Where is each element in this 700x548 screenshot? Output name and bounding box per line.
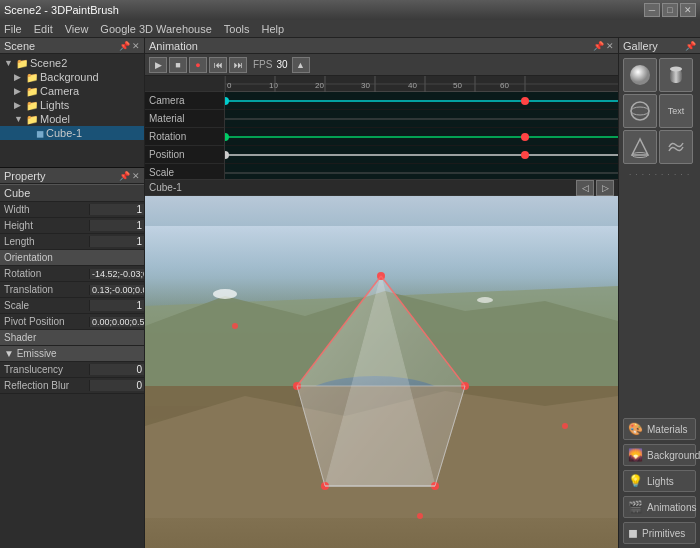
gallery-section-materials[interactable]: 🎨 Materials [623, 418, 696, 440]
animation-content: Camera Material Rotation Position Scale … [145, 76, 618, 179]
fps-up-button[interactable]: ▲ [292, 57, 310, 73]
tree-item-model[interactable]: ▼ 📁 Model [0, 112, 144, 126]
tree-item-lights[interactable]: ▶ 📁 Lights [0, 98, 144, 112]
animation-panel: Animation 📌 ✕ ▶ ■ ● ⏮ ⏭ FPS 30 ▲ Camera [145, 38, 618, 196]
animation-timeline[interactable]: 0 10 20 30 40 50 60 [225, 76, 618, 179]
gallery-section-animations[interactable]: 🎬 Animations [623, 496, 696, 518]
animation-panel-title: Animation [149, 40, 198, 52]
menu-edit[interactable]: Edit [34, 23, 53, 35]
tree-label-lights: Lights [40, 99, 69, 111]
scene-pin-icon[interactable]: 📌 [119, 41, 130, 51]
main-area: Scene 📌 ✕ ▼ 📁 Scene2 ▶ 📁 Background [0, 38, 700, 548]
svg-point-23 [225, 151, 229, 159]
prop-section-orientation: Orientation [0, 250, 144, 266]
animation-close-icon[interactable]: ✕ [606, 41, 614, 51]
anim-play-button[interactable]: ▶ [149, 57, 167, 73]
prop-label-length: Length [0, 236, 89, 247]
property-close-icon[interactable]: ✕ [132, 171, 140, 181]
anim-footer-btn1[interactable]: ◁ [576, 180, 594, 196]
materials-icon: 🎨 [628, 422, 643, 436]
center-area: Animation 📌 ✕ ▶ ■ ● ⏮ ⏭ FPS 30 ▲ Camera [145, 38, 618, 548]
property-content: Cube Width 1 Height 1 Length 1 Orientati… [0, 184, 144, 548]
animation-panel-header: Animation 📌 ✕ [145, 38, 618, 54]
property-panel: Property 📌 ✕ Cube Width 1 Height 1 [0, 168, 145, 548]
menu-file[interactable]: File [4, 23, 22, 35]
prop-section-emissive-label: ▼ Emissive [4, 348, 57, 359]
scene-panel: Scene 📌 ✕ ▼ 📁 Scene2 ▶ 📁 Background [0, 38, 145, 168]
anim-stop-button[interactable]: ■ [169, 57, 187, 73]
svg-point-56 [631, 107, 649, 115]
svg-text:0: 0 [227, 81, 232, 90]
expand-icon-lights: ▶ [14, 100, 24, 110]
animation-footer: Cube-1 ◁ ▷ [145, 179, 618, 195]
prop-section-emissive: ▼ Emissive [0, 346, 144, 362]
viewport[interactable] [145, 196, 618, 548]
gallery-item-cone[interactable] [623, 130, 657, 164]
prop-row-translation: Translation 0.13;-0.00;0.02 [0, 282, 144, 298]
text-gallery-label: Text [668, 106, 685, 116]
tree-label-camera: Camera [40, 85, 79, 97]
scene-close-icon[interactable]: ✕ [132, 41, 140, 51]
prop-section-orientation-label: Orientation [4, 252, 53, 263]
fps-value: 30 [276, 59, 287, 70]
gallery-section-backgrounds[interactable]: 🌄 Backgrounds [623, 444, 696, 466]
tree-label-background: Background [40, 71, 99, 83]
anim-prev-button[interactable]: ⏮ [209, 57, 227, 73]
anim-record-button[interactable]: ● [189, 57, 207, 73]
folder-icon-model: 📁 [26, 114, 38, 125]
tree-label-scene2: Scene2 [30, 57, 67, 69]
gallery-section-lights[interactable]: 💡 Lights [623, 470, 696, 492]
gallery-item-text[interactable]: Text [659, 94, 693, 128]
gallery-pin-icon[interactable]: 📌 [685, 41, 696, 51]
track-row-material [225, 110, 618, 128]
svg-text:60: 60 [500, 81, 509, 90]
animation-ruler: 0 10 20 30 40 50 60 [225, 76, 618, 92]
animations-label: Animations [647, 502, 696, 513]
close-button[interactable]: ✕ [680, 3, 696, 17]
prop-label-rotation: Rotation [0, 268, 89, 279]
menu-view[interactable]: View [65, 23, 89, 35]
menu-google3d[interactable]: Google 3D Warehouse [100, 23, 212, 35]
lights-icon: 💡 [628, 474, 643, 488]
folder-icon-scene2: 📁 [16, 58, 28, 69]
animation-pin-icon[interactable]: 📌 [593, 41, 604, 51]
gallery-item-coil[interactable] [659, 130, 693, 164]
tree-item-background[interactable]: ▶ 📁 Background [0, 70, 144, 84]
gallery-sections: 🎨 Materials 🌄 Backgrounds 💡 Lights 🎬 Ani… [619, 181, 700, 548]
materials-label: Materials [647, 424, 688, 435]
backgrounds-label: Backgrounds [647, 450, 700, 461]
expand-icon-scene2: ▼ [4, 58, 14, 68]
prop-value-width: 1 [89, 204, 144, 215]
menu-tools[interactable]: Tools [224, 23, 250, 35]
backgrounds-icon: 🌄 [628, 448, 643, 462]
tree-item-cube1[interactable]: ◼ Cube-1 [0, 126, 144, 140]
anim-next-button[interactable]: ⏭ [229, 57, 247, 73]
gallery-panel: Gallery 📌 Text [618, 38, 700, 548]
maximize-button[interactable]: □ [662, 3, 678, 17]
tree-item-scene2[interactable]: ▼ 📁 Scene2 [0, 56, 144, 70]
prop-label-pivot: Pivot Position [0, 316, 89, 327]
prop-row-translucency: Translucency 0 [0, 362, 144, 378]
property-pin-icon[interactable]: 📌 [119, 171, 130, 181]
tree-item-camera[interactable]: ▶ 📁 Camera [0, 84, 144, 98]
prop-label-reflblur: Reflection Blur [0, 380, 89, 391]
gallery-item-sphere-outline[interactable] [623, 94, 657, 128]
titlebar: Scene2 - 3DPaintBrush ─ □ ✕ [0, 0, 700, 20]
gallery-section-primitives[interactable]: ◼ Primitives [623, 522, 696, 544]
anim-footer-btn2[interactable]: ▷ [596, 180, 614, 196]
menu-help[interactable]: Help [262, 23, 285, 35]
prop-value-rotation: -14.52;-0.03;0. [89, 269, 144, 279]
svg-point-21 [521, 133, 529, 141]
minimize-button[interactable]: ─ [644, 3, 660, 17]
scene-panel-header: Scene 📌 ✕ [0, 38, 144, 54]
gallery-item-sphere-solid[interactable] [623, 58, 657, 92]
prop-section-shader-label: Shader [4, 332, 36, 343]
svg-text:50: 50 [453, 81, 462, 90]
prop-label-height: Height [0, 220, 89, 231]
property-panel-title: Property [4, 170, 46, 182]
gallery-panel-btns: 📌 [685, 41, 696, 51]
gallery-item-cylinder[interactable] [659, 58, 693, 92]
track-label-scale: Scale [145, 164, 224, 179]
property-panel-btns: 📌 ✕ [119, 171, 140, 181]
prop-row-length: Length 1 [0, 234, 144, 250]
